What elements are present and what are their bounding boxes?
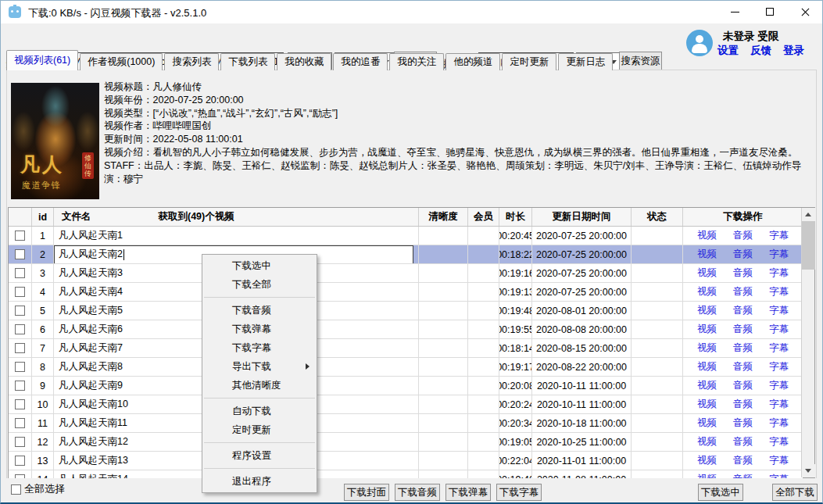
table-row[interactable]: 4凡人风起天南400:19:132020-07-25 20:00:00视频音频字… <box>9 283 803 302</box>
audio-link[interactable]: 音频 <box>733 229 753 242</box>
row-checkbox[interactable] <box>15 399 25 409</box>
table-row[interactable]: 14凡人风起天南1400:19:402020-11-08 11:00:00视频音… <box>9 470 803 478</box>
menu-item-1[interactable]: 下载全部 <box>202 275 317 294</box>
subtitle-link[interactable]: 字幕 <box>769 473 789 478</box>
subtitle-link[interactable]: 字幕 <box>769 435 789 449</box>
menu-item-14[interactable]: 退出程序 <box>202 472 317 491</box>
download-all-button[interactable]: 全部下载 <box>772 484 818 501</box>
table-row[interactable]: 5凡人风起天南500:19:482020-08-01 20:00:00视频音频字… <box>9 302 803 320</box>
tab-1[interactable]: 作者视频(1000) <box>80 53 163 70</box>
vertical-scrollbar[interactable] <box>801 208 814 477</box>
login-link[interactable]: 登录 <box>783 44 804 58</box>
download-cover-button[interactable]: 下载封面 <box>344 484 389 501</box>
header-status[interactable]: 状态 <box>632 208 683 226</box>
audio-link[interactable]: 音频 <box>733 360 753 374</box>
search-resource-button[interactable]: 搜索资源 <box>619 52 662 71</box>
download-selected-button[interactable]: 下载选中 <box>698 484 743 501</box>
audio-link[interactable]: 音频 <box>733 341 753 355</box>
menu-item-6[interactable]: 导出下载 <box>202 357 317 376</box>
table-row[interactable]: 12凡人风起天南1200:19:052020-10-25 11:00:00视频音… <box>9 433 803 452</box>
audio-link[interactable]: 音频 <box>733 248 753 261</box>
scroll-down-icon[interactable] <box>802 464 815 477</box>
audio-link[interactable]: 音频 <box>733 304 753 317</box>
table-row[interactable]: 8凡人风起天南800:19:172020-08-22 20:00:00视频音频字… <box>9 358 803 377</box>
subtitle-link[interactable]: 字幕 <box>769 323 789 336</box>
audio-link[interactable]: 音频 <box>733 379 753 392</box>
menu-item-5[interactable]: 下载字幕 <box>202 338 317 357</box>
tab-5[interactable]: 我的追番 <box>333 53 388 70</box>
tab-video-list[interactable]: 视频列表(61) <box>6 50 78 70</box>
table-row[interactable]: 2凡人风起天南200:18:222020-07-25 20:00:00视频音频字… <box>9 245 803 264</box>
video-link[interactable]: 视频 <box>697 360 717 374</box>
header-duration[interactable]: 时长 <box>499 208 532 226</box>
row-checkbox[interactable] <box>15 249 25 259</box>
table-row[interactable]: 6凡人风起天南600:19:552020-08-08 20:00:00视频音频字… <box>9 320 803 339</box>
download-danmaku-button[interactable]: 下载弹幕 <box>445 484 491 501</box>
select-all[interactable]: 全部选择 <box>11 482 65 496</box>
audio-link[interactable]: 音频 <box>733 473 753 478</box>
menu-item-0[interactable]: 下载选中 <box>202 256 317 275</box>
subtitle-link[interactable]: 字幕 <box>769 341 789 355</box>
close-button[interactable] <box>788 0 823 23</box>
row-checkbox[interactable] <box>15 268 25 278</box>
table-row[interactable]: 1凡人风起天南100:20:452020-07-25 20:00:00视频音频字… <box>9 227 803 245</box>
header-filename[interactable]: 文件名 获取到(49)个视频 <box>54 208 419 226</box>
download-subtitle-button[interactable]: 下载字幕 <box>496 484 542 501</box>
scroll-up-icon[interactable] <box>802 208 815 221</box>
subtitle-link[interactable]: 字幕 <box>769 360 789 374</box>
tab-4[interactable]: 我的收藏 <box>277 53 331 70</box>
audio-link[interactable]: 音频 <box>733 398 753 411</box>
header-download-ops[interactable]: 下载操作 <box>683 208 803 226</box>
subtitle-link[interactable]: 字幕 <box>769 229 789 242</box>
table-row[interactable]: 11凡人风起天南1100:20:342020-10-18 11:00:00视频音… <box>9 414 803 433</box>
row-checkbox[interactable] <box>15 418 25 428</box>
table-row[interactable]: 7凡人风起天南700:18:142020-08-15 20:00:00视频音频字… <box>9 339 803 358</box>
audio-link[interactable]: 音频 <box>733 323 753 336</box>
row-checkbox[interactable] <box>15 287 25 297</box>
feedback-link[interactable]: 反馈 <box>750 44 771 58</box>
video-link[interactable]: 视频 <box>697 266 717 280</box>
video-link[interactable]: 视频 <box>697 248 717 261</box>
audio-link[interactable]: 音频 <box>733 435 753 449</box>
row-checkbox[interactable] <box>15 362 25 372</box>
header-update-date[interactable]: 更新日期时间 <box>532 208 632 226</box>
video-link[interactable]: 视频 <box>697 285 717 298</box>
video-link[interactable]: 视频 <box>697 416 717 430</box>
minimize-button[interactable] <box>717 0 753 23</box>
menu-item-3[interactable]: 下载音频 <box>202 301 317 320</box>
header-id[interactable]: id <box>32 208 54 226</box>
header-resolution[interactable]: 清晰度 <box>419 208 468 226</box>
subtitle-link[interactable]: 字幕 <box>769 379 789 392</box>
select-all-checkbox[interactable] <box>11 484 21 495</box>
row-checkbox[interactable] <box>15 456 25 466</box>
header-vip[interactable]: 会员 <box>468 208 499 226</box>
video-link[interactable]: 视频 <box>697 398 717 411</box>
tab-9[interactable]: 更新日志 <box>558 53 613 70</box>
subtitle-link[interactable]: 字幕 <box>769 304 789 317</box>
subtitle-link[interactable]: 字幕 <box>769 416 789 430</box>
subtitle-link[interactable]: 字幕 <box>769 285 789 298</box>
tab-2[interactable]: 搜索列表 <box>164 53 219 70</box>
audio-link[interactable]: 音频 <box>733 266 753 280</box>
video-link[interactable]: 视频 <box>697 379 717 392</box>
audio-link[interactable]: 音频 <box>733 285 753 298</box>
audio-link[interactable]: 音频 <box>733 454 753 467</box>
tab-8[interactable]: 定时更新 <box>502 53 556 70</box>
user-avatar[interactable] <box>686 30 713 56</box>
video-link[interactable]: 视频 <box>697 323 717 336</box>
scrollbar-thumb[interactable] <box>802 221 815 270</box>
tab-3[interactable]: 下载列表 <box>220 53 275 70</box>
row-checkbox[interactable] <box>15 343 25 353</box>
row-checkbox[interactable] <box>15 324 25 334</box>
subtitle-link[interactable]: 字幕 <box>769 266 789 280</box>
menu-item-7[interactable]: 其他清晰度 <box>202 376 317 395</box>
video-link[interactable]: 视频 <box>697 304 717 317</box>
row-filename[interactable]: 凡人风起天南1 <box>54 227 419 245</box>
menu-item-9[interactable]: 自动下载 <box>202 402 317 420</box>
video-link[interactable]: 视频 <box>697 473 717 478</box>
subtitle-link[interactable]: 字幕 <box>769 248 789 261</box>
tab-7[interactable]: 他的频道 <box>445 53 500 70</box>
table-row[interactable]: 3凡人风起天南300:19:162020-07-25 20:00:00视频音频字… <box>9 264 803 283</box>
row-checkbox[interactable] <box>15 231 25 241</box>
table-row[interactable]: 9凡人风起天南900:20:082020-10-11 11:00:00视频音频字… <box>9 377 803 395</box>
